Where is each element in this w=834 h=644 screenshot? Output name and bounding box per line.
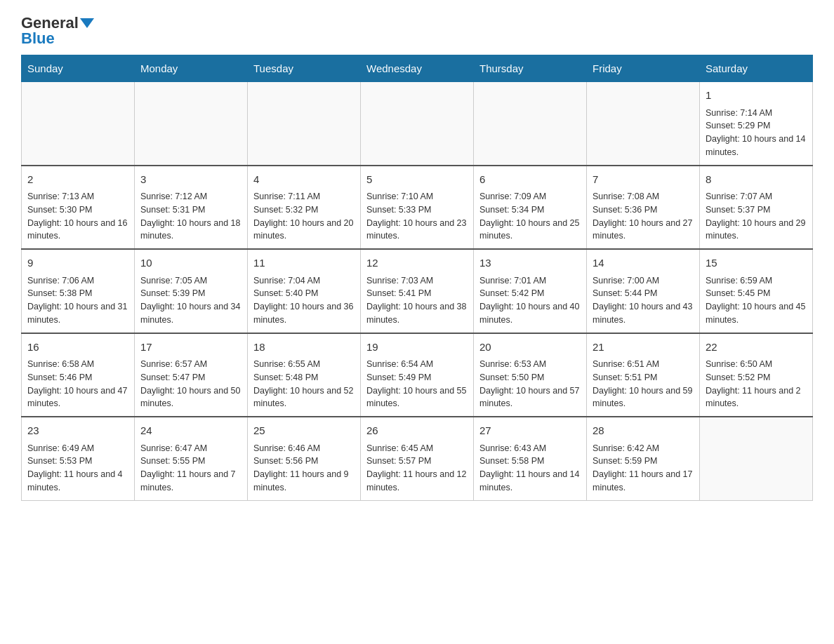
day-info: Daylight: 10 hours and 52 minutes.	[253, 384, 355, 411]
day-info: Daylight: 10 hours and 43 minutes.	[593, 300, 694, 327]
calendar-cell: 7Sunrise: 7:08 AMSunset: 5:36 PMDaylight…	[587, 166, 700, 250]
calendar-cell: 2Sunrise: 7:13 AMSunset: 5:30 PMDaylight…	[22, 166, 135, 250]
day-number: 15	[706, 255, 807, 271]
calendar-cell: 14Sunrise: 7:00 AMSunset: 5:44 PMDayligh…	[587, 249, 700, 333]
day-info: Daylight: 10 hours and 45 minutes.	[706, 300, 807, 327]
day-info: Sunset: 5:51 PM	[593, 371, 694, 384]
calendar-cell: 3Sunrise: 7:12 AMSunset: 5:31 PMDaylight…	[135, 166, 248, 250]
day-info: Sunset: 5:33 PM	[366, 203, 468, 217]
day-number: 13	[479, 255, 581, 271]
calendar-cell: 18Sunrise: 6:55 AMSunset: 5:48 PMDayligh…	[248, 333, 361, 417]
day-number: 8	[706, 172, 807, 188]
calendar-cell: 8Sunrise: 7:07 AMSunset: 5:37 PMDaylight…	[700, 166, 813, 250]
day-info: Sunrise: 6:45 AM	[366, 442, 468, 455]
day-info: Daylight: 10 hours and 38 minutes.	[366, 300, 468, 327]
day-info: Daylight: 11 hours and 2 minutes.	[706, 384, 807, 411]
day-number: 3	[140, 172, 241, 188]
calendar-cell: 15Sunrise: 6:59 AMSunset: 5:45 PMDayligh…	[700, 249, 813, 333]
calendar-cell: 25Sunrise: 6:46 AMSunset: 5:56 PMDayligh…	[248, 417, 361, 500]
calendar-cell	[474, 82, 587, 166]
weekday-header-saturday: Saturday	[700, 55, 813, 82]
day-info: Sunrise: 7:00 AM	[593, 274, 694, 288]
weekday-header-tuesday: Tuesday	[248, 55, 361, 82]
day-info: Sunset: 5:37 PM	[706, 203, 807, 217]
logo: General Blue	[21, 14, 94, 48]
day-info: Daylight: 10 hours and 20 minutes.	[253, 217, 355, 243]
calendar-cell: 17Sunrise: 6:57 AMSunset: 5:47 PMDayligh…	[135, 333, 248, 417]
day-number: 28	[593, 423, 694, 439]
day-info: Sunset: 5:50 PM	[479, 371, 581, 384]
day-info: Sunset: 5:44 PM	[593, 287, 694, 300]
week-row-1: 1Sunrise: 7:14 AMSunset: 5:29 PMDaylight…	[22, 82, 813, 166]
day-info: Daylight: 10 hours and 31 minutes.	[27, 300, 128, 327]
day-info: Daylight: 10 hours and 40 minutes.	[479, 300, 581, 327]
day-info: Sunset: 5:48 PM	[253, 371, 355, 384]
calendar-cell: 13Sunrise: 7:01 AMSunset: 5:42 PMDayligh…	[474, 249, 587, 333]
weekday-header-monday: Monday	[135, 55, 248, 82]
day-info: Daylight: 11 hours and 14 minutes.	[479, 468, 581, 495]
weekday-header-wednesday: Wednesday	[361, 55, 474, 82]
day-info: Sunrise: 7:13 AM	[27, 190, 128, 203]
day-number: 23	[27, 423, 128, 439]
day-number: 1	[706, 88, 807, 104]
day-info: Sunrise: 7:09 AM	[479, 190, 581, 203]
calendar-cell: 10Sunrise: 7:05 AMSunset: 5:39 PMDayligh…	[135, 249, 248, 333]
day-info: Sunrise: 6:42 AM	[593, 442, 694, 455]
day-info: Daylight: 10 hours and 27 minutes.	[593, 217, 694, 243]
day-info: Sunset: 5:46 PM	[27, 371, 128, 384]
day-number: 12	[366, 255, 468, 271]
day-number: 22	[706, 340, 807, 356]
day-info: Daylight: 11 hours and 17 minutes.	[593, 468, 694, 495]
day-info: Daylight: 10 hours and 23 minutes.	[366, 217, 468, 243]
calendar-cell: 24Sunrise: 6:47 AMSunset: 5:55 PMDayligh…	[135, 417, 248, 500]
weekday-header-thursday: Thursday	[474, 55, 587, 82]
day-number: 10	[140, 255, 241, 271]
day-info: Sunrise: 7:08 AM	[593, 190, 694, 203]
day-info: Sunset: 5:39 PM	[140, 287, 241, 300]
week-row-3: 9Sunrise: 7:06 AMSunset: 5:38 PMDaylight…	[22, 249, 813, 333]
calendar-cell: 4Sunrise: 7:11 AMSunset: 5:32 PMDaylight…	[248, 166, 361, 250]
day-info: Daylight: 11 hours and 4 minutes.	[27, 468, 128, 495]
day-info: Daylight: 10 hours and 47 minutes.	[27, 384, 128, 411]
day-info: Sunset: 5:52 PM	[706, 371, 807, 384]
week-row-5: 23Sunrise: 6:49 AMSunset: 5:53 PMDayligh…	[22, 417, 813, 500]
day-number: 14	[593, 255, 694, 271]
weekday-header-sunday: Sunday	[22, 55, 135, 82]
day-info: Sunset: 5:53 PM	[27, 455, 128, 468]
calendar-cell: 1Sunrise: 7:14 AMSunset: 5:29 PMDaylight…	[700, 82, 813, 166]
day-number: 11	[253, 255, 355, 271]
day-info: Sunrise: 6:49 AM	[27, 442, 128, 455]
day-info: Sunset: 5:31 PM	[140, 203, 241, 217]
day-info: Sunrise: 6:53 AM	[479, 358, 581, 371]
day-info: Sunrise: 7:12 AM	[140, 190, 241, 203]
day-info: Daylight: 10 hours and 59 minutes.	[593, 384, 694, 411]
day-number: 5	[366, 172, 468, 188]
weekday-header-row: SundayMondayTuesdayWednesdayThursdayFrid…	[22, 55, 813, 82]
day-info: Sunrise: 6:47 AM	[140, 442, 241, 455]
day-info: Daylight: 10 hours and 18 minutes.	[140, 217, 241, 243]
day-info: Sunrise: 6:54 AM	[366, 358, 468, 371]
day-info: Sunset: 5:34 PM	[479, 203, 581, 217]
calendar-cell: 22Sunrise: 6:50 AMSunset: 5:52 PMDayligh…	[700, 333, 813, 417]
calendar-cell: 28Sunrise: 6:42 AMSunset: 5:59 PMDayligh…	[587, 417, 700, 500]
calendar-cell: 5Sunrise: 7:10 AMSunset: 5:33 PMDaylight…	[361, 166, 474, 250]
day-info: Sunrise: 6:46 AM	[253, 442, 355, 455]
calendar-cell: 6Sunrise: 7:09 AMSunset: 5:34 PMDaylight…	[474, 166, 587, 250]
day-number: 2	[27, 172, 128, 188]
calendar-cell	[700, 417, 813, 500]
day-info: Daylight: 10 hours and 34 minutes.	[140, 300, 241, 327]
calendar-cell: 26Sunrise: 6:45 AMSunset: 5:57 PMDayligh…	[361, 417, 474, 500]
calendar-cell	[22, 82, 135, 166]
day-info: Sunrise: 7:14 AM	[706, 107, 807, 120]
day-number: 4	[253, 172, 355, 188]
day-info: Sunset: 5:41 PM	[366, 287, 468, 300]
day-info: Daylight: 11 hours and 12 minutes.	[366, 468, 468, 495]
day-info: Daylight: 10 hours and 50 minutes.	[140, 384, 241, 411]
day-info: Sunset: 5:38 PM	[27, 287, 128, 300]
day-number: 25	[253, 423, 355, 439]
calendar-cell: 23Sunrise: 6:49 AMSunset: 5:53 PMDayligh…	[22, 417, 135, 500]
week-row-2: 2Sunrise: 7:13 AMSunset: 5:30 PMDaylight…	[22, 166, 813, 250]
calendar-cell: 19Sunrise: 6:54 AMSunset: 5:49 PMDayligh…	[361, 333, 474, 417]
calendar-cell	[361, 82, 474, 166]
day-number: 17	[140, 340, 241, 356]
